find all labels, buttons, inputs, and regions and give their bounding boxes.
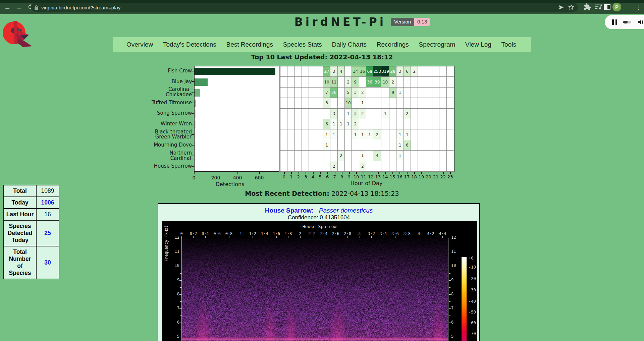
bar-xtick xyxy=(194,172,195,174)
nav-item-daily-charts[interactable]: Daily Charts xyxy=(332,41,367,48)
bar-category-text: Winter Wren xyxy=(161,121,192,127)
nav-item-best-recordings[interactable]: Best Recordings xyxy=(226,41,273,48)
bar-category-label: Song Sparrow xyxy=(135,108,192,119)
pause-icon[interactable] xyxy=(612,19,617,25)
nav-item-view-log[interactable]: View Log xyxy=(465,41,491,48)
most-recent-line: Most Recent Detection: 2022-04-13 18:15:… xyxy=(0,190,644,197)
forward-icon[interactable]: → xyxy=(15,4,23,11)
spectrogram-freq-minor-tick xyxy=(180,259,181,259)
version-badge: Version 0.13 xyxy=(391,18,430,26)
heatmap-xtick xyxy=(356,172,357,174)
detections-bar-chart xyxy=(194,66,279,172)
heatmap-cell: 3 xyxy=(323,98,330,108)
send-icon[interactable] xyxy=(558,4,565,11)
detections-bar xyxy=(195,121,196,128)
most-recent-label: Most Recent Detection: xyxy=(245,190,329,197)
stats-value: 16 xyxy=(36,209,59,220)
heatmap-cell xyxy=(432,161,439,172)
heatmap-xtick xyxy=(364,172,364,174)
stats-value-link[interactable]: 1006 xyxy=(36,197,59,209)
stats-value-link[interactable]: 30 xyxy=(36,246,59,279)
heatmap-xtick-label: 20 xyxy=(426,174,431,179)
heatmap-cell xyxy=(425,109,432,119)
heatmap-cell xyxy=(439,98,446,108)
spectrogram-freq-label-right: 7 xyxy=(451,306,460,310)
heatmap-cell xyxy=(316,66,323,77)
heatmap-cell: 11 xyxy=(330,77,337,87)
heatmap-cell xyxy=(302,98,309,108)
extensions-puzzle-icon[interactable] xyxy=(584,3,592,11)
heatmap-cell xyxy=(425,88,432,98)
heatmap-cell xyxy=(396,119,404,129)
heatmap-xtick-label: 3 xyxy=(304,174,307,179)
heatmap-xtick-label: 17 xyxy=(404,174,410,179)
heatmap-cell xyxy=(309,129,316,140)
species-link[interactable]: House Sparrow: xyxy=(265,207,314,214)
bookmark-star-icon[interactable] xyxy=(568,4,575,11)
spectrogram-hot-band xyxy=(182,337,448,341)
spectrogram-freq-tick xyxy=(179,238,181,238)
heatmap-cell xyxy=(404,77,411,87)
heatmap-cell: 9 xyxy=(352,77,359,87)
media-playlist-icon[interactable] xyxy=(594,3,602,11)
side-panel-icon[interactable] xyxy=(603,3,611,11)
heatmap-cell xyxy=(366,98,373,108)
stats-value-link[interactable]: 25 xyxy=(36,220,59,246)
hourly-detections-heatmap: 2734141668253319283621011293639102726532… xyxy=(280,66,454,172)
heatmap-cell xyxy=(418,98,425,108)
spectrogram-freq-tick xyxy=(179,252,181,252)
heatmap-cell: 28 xyxy=(389,66,396,77)
spectrogram-freq-tick xyxy=(179,337,181,337)
heatmap-cell: 1 xyxy=(396,88,404,98)
heatmap-cell xyxy=(425,161,432,172)
heatmap-cell: 2 xyxy=(359,88,366,98)
player-seek-slider[interactable] xyxy=(623,21,631,23)
heatmap-cell xyxy=(373,109,381,119)
nav-item-today-s-detections[interactable]: Today's Detections xyxy=(163,41,216,48)
heatmap-cell xyxy=(316,98,323,108)
nav-item-tools[interactable]: Tools xyxy=(501,41,516,48)
heatmap-cell xyxy=(381,161,389,172)
nav-item-spectrogram[interactable]: Spectrogram xyxy=(419,41,455,48)
heatmap-cell xyxy=(381,151,389,161)
nav-item-recordings[interactable]: Recordings xyxy=(377,41,409,48)
heatmap-xtick xyxy=(450,172,451,174)
heatmap-cell xyxy=(432,109,439,119)
heatmap-cell xyxy=(287,161,294,172)
heatmap-xtick-label: 14 xyxy=(382,174,388,179)
heatmap-cell xyxy=(373,119,381,129)
detections-bar xyxy=(195,89,200,97)
heatmap-cell: 1 xyxy=(381,109,389,119)
address-bar[interactable]: virginia.birdnetpi.com/?stream=play xyxy=(31,3,578,12)
heatmap-cell xyxy=(302,140,309,151)
profile-avatar[interactable]: P xyxy=(612,3,621,11)
volume-icon[interactable] xyxy=(637,19,644,25)
heatmap-cell xyxy=(295,161,302,172)
browser-menu-icon[interactable]: ⋮ xyxy=(635,3,641,11)
nav-item-species-stats[interactable]: Species Stats xyxy=(283,41,322,48)
spectrogram-signal-streak xyxy=(284,301,298,341)
audio-player[interactable] xyxy=(605,15,644,29)
heatmap-cell: 3 xyxy=(330,109,337,119)
detections-bar xyxy=(195,68,275,75)
scientific-name-link[interactable]: Passer domesticus xyxy=(319,207,373,214)
heatmap-xtick-label: 2 xyxy=(297,174,300,179)
spectrogram-freq-minor-tick xyxy=(180,273,181,274)
spectrogram-noise xyxy=(182,238,448,341)
back-icon[interactable]: ← xyxy=(3,4,11,11)
bar-category-label: CarolinaChickadee xyxy=(135,87,192,98)
spectrogram-freq-minor-tick xyxy=(180,316,181,316)
heatmap-cell xyxy=(345,161,352,172)
heatmap-cell xyxy=(316,109,323,119)
url-text[interactable]: virginia.birdnetpi.com/?stream=play xyxy=(41,5,554,10)
spectrogram-time-label: 0·2 xyxy=(190,231,197,236)
spectrogram-time-label: 1·2 xyxy=(249,231,256,236)
spectrogram-plot xyxy=(181,238,448,341)
nav-item-overview[interactable]: Overview xyxy=(126,41,153,48)
heatmap-cell xyxy=(418,88,425,98)
heatmap-cell: 3 xyxy=(352,109,359,119)
heatmap-cell xyxy=(439,119,446,129)
heatmap-cell xyxy=(338,129,345,140)
heatmap-cell xyxy=(309,66,316,77)
heatmap-cell xyxy=(287,66,294,77)
